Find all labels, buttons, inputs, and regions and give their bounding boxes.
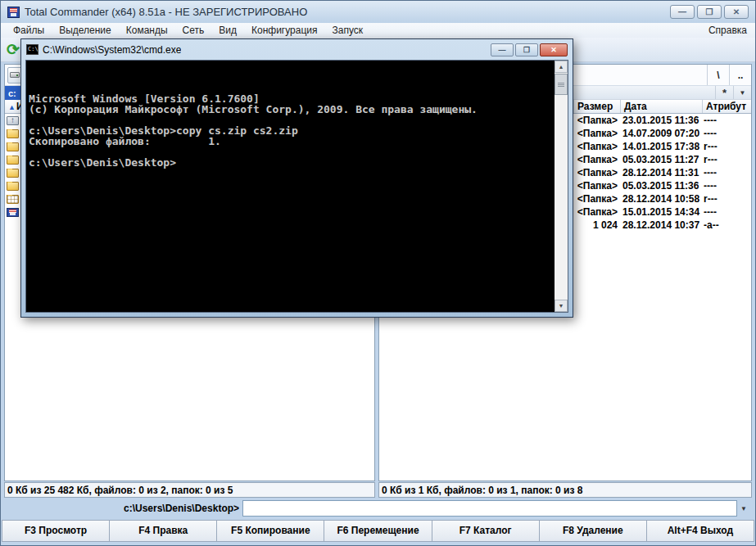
cmd-icon: C:\ — [26, 44, 38, 55]
total-commander-icon — [7, 7, 20, 18]
scrollbar-thumb[interactable] — [555, 74, 568, 95]
menu-item[interactable]: Команды — [119, 25, 175, 36]
function-key-bar: F3 ПросмотрF4 ПравкаF5 КопированиеF6 Пер… — [2, 520, 754, 542]
command-line-input[interactable] — [242, 500, 737, 517]
console-output[interactable]: Microsoft Windows [Version 6.1.7600](c) … — [26, 61, 555, 312]
menu-bar: ФайлыВыделениеКомандыСетьВидКонфигурация… — [1, 23, 755, 38]
function-key-button[interactable]: F6 Перемещение — [324, 521, 432, 541]
minimize-icon[interactable]: — — [491, 43, 514, 56]
title-bar: Total Commander (x64) 8.51a - НЕ ЗАРЕГИС… — [1, 1, 755, 23]
column-date[interactable]: Дата — [621, 100, 703, 113]
file-icon — [7, 156, 19, 165]
function-key-button[interactable]: F7 Каталог — [432, 521, 540, 541]
favorites-star-icon[interactable]: * — [715, 86, 733, 99]
restore-icon[interactable]: ❐ — [515, 43, 538, 56]
history-chevron-icon[interactable]: ▼ — [733, 86, 751, 99]
window-bottom-edge — [1, 542, 755, 545]
console-scrollbar[interactable]: ▲ ▼ — [555, 61, 568, 312]
menu-item[interactable]: Файлы — [6, 25, 52, 36]
minimize-icon[interactable]: — — [670, 5, 695, 19]
menu-items: ФайлыВыделениеКомандыСетьВидКонфигурация… — [6, 25, 370, 36]
maximize-icon[interactable]: ❐ — [697, 5, 722, 19]
menu-item[interactable]: Запуск — [325, 25, 371, 36]
command-prompt-label: c:\Users\Denis\Desktop> — [124, 503, 239, 514]
thumb-grip-icon — [558, 83, 564, 87]
drive-icon — [10, 72, 20, 78]
command-line-row: c:\Users\Denis\Desktop> ▼ — [1, 498, 755, 519]
cmd-window-controls: — ❐ ✕ — [491, 43, 568, 56]
menu-item[interactable]: Конфигурация — [244, 25, 325, 36]
close-icon[interactable]: ✕ — [724, 5, 749, 19]
menu-item[interactable]: Выделение — [52, 25, 119, 36]
file-icon — [7, 195, 19, 204]
status-bar: 0 Кб из 25 482 Кб, файлов: 0 из 2, папок… — [1, 481, 755, 498]
console-line: (c) Корпорация Майкрософт (Microsoft Cor… — [29, 104, 555, 115]
scrollbar-track[interactable] — [555, 95, 568, 300]
file-icon — [7, 116, 19, 125]
cmd-window: C:\ C:\Windows\System32\cmd.exe — ❐ ✕ Mi… — [20, 38, 573, 318]
file-icon — [7, 142, 19, 151]
menu-item-help[interactable]: Справка — [705, 25, 750, 36]
column-attr[interactable]: Атрибут — [703, 100, 751, 113]
column-size[interactable]: Размер — [574, 100, 621, 113]
menu-item[interactable]: Сеть — [175, 25, 212, 36]
file-icon — [7, 169, 19, 178]
file-icon — [7, 182, 19, 191]
parent-dir-button[interactable]: .. — [729, 65, 751, 85]
function-key-button[interactable]: F8 Удаление — [540, 521, 647, 541]
cmd-body: Microsoft Windows [Version 6.1.7600](c) … — [25, 60, 568, 313]
function-key-button[interactable]: F3 Просмотр — [2, 521, 110, 541]
menu-item[interactable]: Вид — [211, 25, 244, 36]
right-status: 0 Кб из 1 Кб, файлов: 0 из 1, папок: 0 и… — [378, 482, 752, 498]
scroll-up-icon[interactable]: ▲ — [555, 61, 568, 73]
window-title: Total Commander (x64) 8.51a - НЕ ЗАРЕГИС… — [25, 6, 307, 18]
function-key-button[interactable]: F5 Копирование — [217, 521, 324, 541]
console-line: Скопировано файлов: 1. — [29, 136, 555, 147]
root-dir-button[interactable]: \ — [707, 65, 729, 85]
window-controls: — ❐ ✕ — [670, 5, 749, 19]
console-line: c:\Users\Denis\Desktop> — [29, 157, 555, 168]
cmd-window-title: C:\Windows\System32\cmd.exe — [43, 44, 181, 56]
command-history-chevron-icon[interactable]: ▼ — [737, 500, 750, 517]
scroll-down-icon[interactable]: ▼ — [555, 300, 568, 312]
file-icon — [7, 129, 19, 138]
left-status: 0 Кб из 25 482 Кб, файлов: 0 из 2, папок… — [4, 482, 375, 498]
function-key-button[interactable]: F4 Правка — [110, 521, 217, 541]
cmd-title-bar[interactable]: C:\ C:\Windows\System32\cmd.exe — ❐ ✕ — [21, 39, 573, 60]
close-icon[interactable]: ✕ — [540, 43, 568, 56]
function-key-button[interactable]: Alt+F4 Выход — [647, 521, 754, 541]
file-icon — [7, 208, 19, 217]
sort-up-icon: ▲ — [8, 103, 16, 111]
